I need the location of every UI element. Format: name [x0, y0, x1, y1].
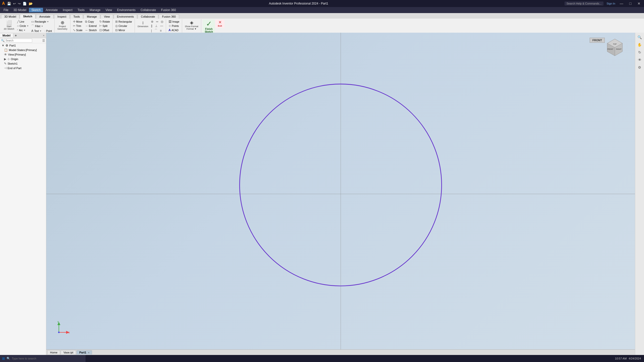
exit-button[interactable]: ✕ Exit [215, 20, 224, 28]
rp-settings-button[interactable]: ⚙ [636, 64, 643, 71]
tab-part1-close[interactable]: × [88, 351, 89, 354]
add-tab-button[interactable]: + [13, 33, 18, 38]
menu-annotate[interactable]: Annotate [43, 8, 60, 12]
circular-button[interactable]: ◎ Circular [114, 24, 133, 28]
quick-access-save[interactable]: 💾 [7, 2, 11, 6]
tab-vase[interactable]: Vase.ipt [61, 350, 76, 354]
acad-button[interactable]: A ACAD [168, 28, 180, 32]
constraint-coincident[interactable]: ⊛ [150, 20, 154, 24]
tree-item-part1[interactable]: ▼ ⚙ Part1 [0, 43, 46, 48]
view-cube[interactable]: TOP RIGHT FRONT [605, 38, 625, 58]
copy-button[interactable]: ⧉ Copy [84, 20, 98, 24]
tree-item-sketch1[interactable]: ✎ Sketch1 [0, 61, 46, 66]
trim-button[interactable]: ✂ Trim [72, 24, 84, 28]
rectangular-button[interactable]: ⊞ Rectangular [114, 20, 133, 24]
tab-fusion360[interactable]: Fusion 360 [159, 14, 179, 19]
tab-3dmodel[interactable]: 3D Model [1, 14, 19, 19]
rect-dropdown-icon: ▼ [47, 21, 49, 23]
taskbar-search-input[interactable] [12, 357, 67, 360]
tab-model[interactable]: Model [0, 33, 13, 37]
rp-look-button[interactable]: 👁 [636, 56, 643, 63]
trim-icon: ✂ [73, 24, 75, 28]
menu-sketch[interactable]: Sketch [29, 8, 43, 12]
menu-3dmodel[interactable]: 3D Model [11, 8, 29, 12]
copy-icon: ⧉ [85, 20, 87, 23]
menu-icon[interactable]: ☰ [42, 39, 45, 42]
constraint-perpendicular[interactable]: ⊥ [154, 24, 158, 28]
menu-environments[interactable]: Environments [114, 8, 138, 12]
circle-button[interactable]: ○ Circle ▼ [16, 24, 30, 28]
search-help-input[interactable]: Search Help & Commands... [565, 2, 603, 6]
tab-tools[interactable]: Tools [70, 14, 83, 19]
finish-sketch-button[interactable]: ✓ FinishSketch [203, 20, 215, 34]
model-tab-close[interactable]: × [42, 33, 46, 37]
line-button[interactable]: ╱ Line [16, 20, 30, 24]
tab-collaborate[interactable]: Collaborate [138, 14, 158, 19]
model-search-input[interactable] [5, 39, 32, 42]
menu-inspect[interactable]: Inspect [60, 8, 75, 12]
split-button[interactable]: ⊢ Split [98, 24, 111, 28]
move-button[interactable]: ✛ Move [72, 20, 84, 24]
constraint-parallel[interactable]: ∥ [150, 24, 153, 28]
mirror-button[interactable]: ⊟ Mirror [114, 28, 133, 32]
maximize-button[interactable]: □ [628, 1, 633, 6]
start-2d-sketch-button[interactable]: ⬜ Start2D Sketch [3, 20, 16, 31]
close-button[interactable]: ✕ [636, 1, 642, 6]
constraint-tangent[interactable]: ⌒ [153, 28, 158, 33]
end-of-part-icon: ⊣ [4, 66, 7, 70]
canvas[interactable]: X Y FRONT TOP RIGHT FRONT [46, 33, 635, 355]
menu-manage[interactable]: Manage [87, 8, 103, 12]
tree-item-model-states[interactable]: 📋 Model States:[Primary] [0, 48, 46, 52]
quick-access-open[interactable]: 📂 [29, 2, 33, 6]
offset-button[interactable]: ⊡ Offset [98, 28, 111, 32]
origin-icon: ⊹ [7, 57, 10, 61]
fillet-button[interactable]: ⌒ Fillet ▼ [30, 24, 53, 29]
rp-orbit-button[interactable]: ↻ [636, 49, 643, 56]
arc-button[interactable]: ◜ Arc ▼ [16, 28, 30, 32]
tab-inspect[interactable]: Inspect [54, 14, 69, 19]
quick-access-new[interactable]: 📄 [23, 2, 27, 6]
tree-item-view[interactable]: 👁 View:[Primary] [0, 52, 46, 57]
image-icon: 🖼 [169, 20, 172, 23]
menu-tools[interactable]: Tools [75, 8, 87, 12]
extend-button[interactable]: → Extend [84, 24, 98, 28]
quick-access-redo[interactable]: ↪ [18, 2, 21, 6]
rectangle-button[interactable]: ▭ Rectangle ▼ [30, 20, 53, 24]
scale-button[interactable]: ⤡ Scale [72, 28, 84, 32]
tab-environments[interactable]: Environments [114, 14, 137, 19]
stretch-button[interactable]: ↔ Stretch [84, 28, 98, 32]
point-button[interactable]: · Point [44, 29, 53, 33]
tree-item-origin[interactable]: ▶ ⊹ Origin [0, 57, 46, 61]
dimension-button[interactable]: ↕ Dimension [136, 20, 150, 28]
constraint-collinear[interactable]: ═ [155, 20, 159, 24]
tree-item-end-of-part[interactable]: ⊣ End of Part [0, 66, 46, 70]
menu-collaborate[interactable]: Collaborate [138, 8, 158, 12]
tab-annotate[interactable]: Annotate [36, 14, 54, 19]
tab-part1[interactable]: Part1 × [76, 350, 92, 354]
rp-pan-button[interactable]: ✋ [636, 41, 643, 48]
image-button[interactable]: 🖼 Image [168, 20, 180, 24]
project-geometry-button[interactable]: ⊕ ProjectGeometry [56, 20, 69, 31]
quick-access-undo[interactable]: ↩ [13, 2, 16, 6]
minimize-button[interactable]: — [618, 1, 625, 6]
text-button[interactable]: A Text ▼ [30, 29, 43, 33]
sign-in-button[interactable]: Sign In [607, 2, 615, 5]
constraint-vertical[interactable]: | [150, 28, 153, 33]
show-format-button[interactable]: ◈ Show FormatFormat ▼ [184, 20, 200, 31]
menu-fusion360[interactable]: Fusion 360 [158, 8, 178, 12]
constraint-horizontal[interactable]: — [159, 24, 164, 28]
taskbar-system-tray: 10:57 AM 4/24/2024 [612, 357, 644, 360]
points-button[interactable]: ⊹ Points [168, 24, 180, 28]
points-label: Points [172, 25, 179, 27]
rotate-button[interactable]: ↻ Rotate [98, 20, 111, 24]
tab-view[interactable]: View [101, 14, 113, 19]
menu-view[interactable]: View [103, 8, 115, 12]
menu-file[interactable]: File [1, 8, 11, 12]
constraint-equal[interactable]: ≡ [159, 28, 163, 33]
tab-sketch[interactable]: Sketch [20, 14, 35, 19]
tab-manage[interactable]: Manage [84, 14, 100, 19]
rp-zoom-button[interactable]: 🔍 [636, 34, 643, 41]
view-cube-front[interactable]: FRONT [590, 38, 605, 43]
constraint-concentric[interactable]: ◎ [160, 20, 164, 24]
tab-home[interactable]: Home [47, 350, 60, 354]
